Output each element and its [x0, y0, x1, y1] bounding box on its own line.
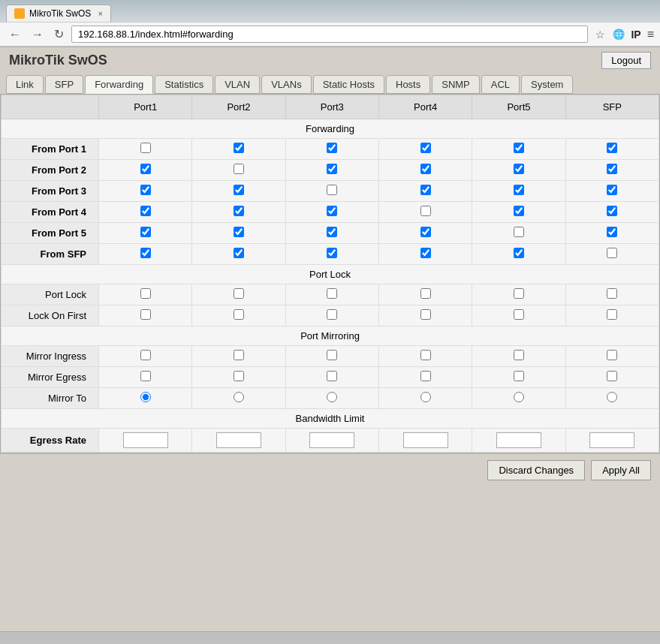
- checkbox[interactable]: [607, 309, 617, 320]
- tab-close-button[interactable]: ×: [98, 9, 103, 18]
- checkbox[interactable]: [607, 288, 617, 299]
- discard-changes-button[interactable]: Discard Changes: [487, 460, 585, 480]
- checkbox[interactable]: [514, 143, 524, 153]
- address-bar[interactable]: [71, 26, 588, 43]
- checkbox[interactable]: [140, 309, 151, 320]
- checkbox[interactable]: [514, 309, 524, 320]
- checkbox[interactable]: [327, 206, 337, 216]
- checkbox[interactable]: [514, 248, 524, 258]
- egress-rate-input[interactable]: [403, 432, 448, 448]
- checkbox[interactable]: [140, 371, 151, 381]
- checkbox[interactable]: [607, 350, 617, 360]
- checkbox[interactable]: [327, 309, 337, 320]
- radio-mirror-to[interactable]: [607, 392, 617, 402]
- checkbox[interactable]: [514, 350, 524, 360]
- tab-snmp[interactable]: SNMP: [432, 75, 480, 94]
- tab-system[interactable]: System: [521, 75, 573, 94]
- radio-mirror-to[interactable]: [140, 392, 151, 402]
- checkbox[interactable]: [420, 371, 431, 381]
- tab-vlan[interactable]: VLAN: [215, 75, 260, 94]
- checkbox[interactable]: [607, 164, 617, 174]
- checkbox[interactable]: [140, 350, 151, 360]
- cell-4: [472, 202, 565, 223]
- checkbox[interactable]: [327, 227, 337, 237]
- apply-all-button[interactable]: Apply All: [591, 460, 651, 480]
- checkbox[interactable]: [420, 206, 431, 216]
- tab-acl[interactable]: ACL: [481, 75, 520, 94]
- checkbox[interactable]: [514, 371, 524, 381]
- radio-mirror-to[interactable]: [420, 392, 431, 402]
- checkbox[interactable]: [234, 206, 244, 216]
- checkbox[interactable]: [234, 227, 244, 237]
- checkbox[interactable]: [140, 143, 151, 153]
- tab-hosts[interactable]: Hosts: [386, 75, 430, 94]
- logout-button[interactable]: Logout: [601, 52, 651, 69]
- egress-rate-input[interactable]: [496, 432, 541, 448]
- checkbox[interactable]: [420, 185, 431, 195]
- checkbox[interactable]: [420, 248, 431, 258]
- browser-tab[interactable]: MikroTik SwOS ×: [6, 5, 111, 22]
- checkbox[interactable]: [327, 371, 337, 381]
- checkbox[interactable]: [234, 164, 244, 174]
- checkbox[interactable]: [234, 248, 244, 258]
- checkbox[interactable]: [140, 288, 151, 299]
- checkbox[interactable]: [420, 143, 431, 153]
- page-inner: MikroTik SwOS Logout LinkSFPForwardingSt…: [0, 47, 660, 486]
- checkbox[interactable]: [607, 185, 617, 195]
- checkbox[interactable]: [420, 227, 431, 237]
- bookmark-icon[interactable]: ☆: [595, 29, 605, 41]
- row-label: Mirror Egress: [2, 367, 99, 388]
- cell-4: [472, 284, 565, 305]
- checkbox[interactable]: [140, 248, 151, 258]
- egress-rate-input[interactable]: [589, 432, 634, 448]
- scrollbar-area[interactable]: [0, 631, 660, 643]
- checkbox[interactable]: [234, 309, 244, 320]
- tab-link[interactable]: Link: [6, 75, 44, 94]
- checkbox[interactable]: [327, 164, 337, 174]
- checkbox[interactable]: [234, 350, 244, 360]
- checkbox[interactable]: [420, 309, 431, 320]
- checkbox[interactable]: [140, 164, 151, 174]
- egress-rate-input[interactable]: [216, 432, 261, 448]
- nav-bar: ← → ↻ ☆ 🌐 IP ≡: [0, 22, 660, 47]
- checkbox[interactable]: [234, 185, 244, 195]
- checkbox[interactable]: [607, 227, 617, 237]
- checkbox[interactable]: [327, 350, 337, 360]
- checkbox[interactable]: [234, 371, 244, 381]
- checkbox[interactable]: [420, 164, 431, 174]
- checkbox[interactable]: [140, 206, 151, 216]
- radio-mirror-to[interactable]: [327, 392, 337, 402]
- checkbox[interactable]: [234, 143, 244, 153]
- tab-static-hosts[interactable]: Static Hosts: [313, 75, 384, 94]
- checkbox[interactable]: [140, 227, 151, 237]
- checkbox[interactable]: [327, 143, 337, 153]
- checkbox[interactable]: [607, 371, 617, 381]
- checkbox[interactable]: [514, 227, 524, 237]
- checkbox[interactable]: [607, 143, 617, 153]
- egress-rate-input[interactable]: [309, 432, 354, 448]
- checkbox[interactable]: [327, 248, 337, 258]
- checkbox[interactable]: [420, 288, 431, 299]
- checkbox[interactable]: [327, 185, 337, 195]
- tab-sfp[interactable]: SFP: [45, 75, 83, 94]
- checkbox[interactable]: [514, 164, 524, 174]
- forward-button[interactable]: →: [29, 26, 47, 43]
- checkbox[interactable]: [140, 185, 151, 195]
- checkbox[interactable]: [607, 248, 617, 258]
- checkbox[interactable]: [514, 185, 524, 195]
- tab-statistics[interactable]: Statistics: [155, 75, 213, 94]
- browser-menu-button[interactable]: ≡: [647, 28, 654, 41]
- egress-rate-input[interactable]: [123, 432, 168, 448]
- back-button[interactable]: ←: [6, 26, 24, 43]
- checkbox[interactable]: [327, 288, 337, 299]
- checkbox[interactable]: [514, 206, 524, 216]
- checkbox[interactable]: [607, 206, 617, 216]
- radio-mirror-to[interactable]: [514, 392, 524, 402]
- refresh-button[interactable]: ↻: [51, 26, 67, 43]
- radio-mirror-to[interactable]: [234, 392, 244, 402]
- tab-forwarding[interactable]: Forwarding: [85, 75, 153, 94]
- checkbox[interactable]: [234, 288, 244, 299]
- tab-vlans[interactable]: VLANs: [261, 75, 311, 94]
- checkbox[interactable]: [514, 288, 524, 299]
- checkbox[interactable]: [420, 350, 431, 360]
